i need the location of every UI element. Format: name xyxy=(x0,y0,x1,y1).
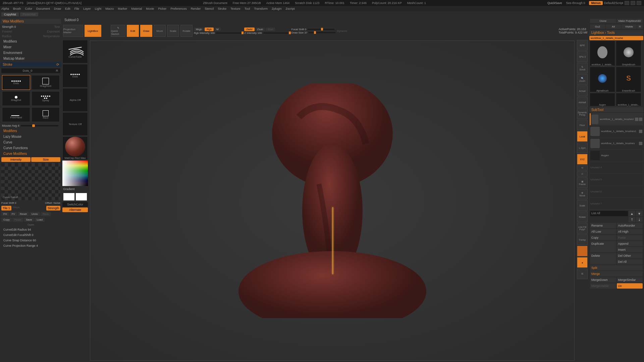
subtool-item-2[interactable]: workflow_1_details_brushes xyxy=(590,137,643,149)
brush-curvetube[interactable]: CurveTube xyxy=(62,40,88,63)
copy-subtool-button[interactable]: Copy xyxy=(590,235,616,240)
menu-brush[interactable]: Brush xyxy=(13,7,21,10)
alternate-button[interactable]: Alternate xyxy=(62,207,88,212)
curve-falloff-graph[interactable]: Curve Falloff xyxy=(1,163,60,200)
menu-movie[interactable]: Movie xyxy=(146,7,154,10)
fh-button[interactable]: FH xyxy=(1,212,9,216)
menu-macro[interactable]: Macro xyxy=(105,7,114,10)
alllow-button[interactable]: All Low xyxy=(590,229,616,234)
menu-stroke[interactable]: Stroke xyxy=(218,7,226,10)
persp-button[interactable]: Dynamic Persp xyxy=(577,108,588,119)
z-axis-button[interactable]: ⊙ xyxy=(577,171,588,177)
menu-marker[interactable]: Marker xyxy=(118,7,127,10)
menu-render[interactable]: Render xyxy=(191,7,201,10)
reset-button[interactable]: Reset xyxy=(18,212,29,216)
clone-button[interactable]: Clone xyxy=(590,19,616,23)
menu-texture[interactable]: Texture xyxy=(230,7,240,10)
menu-light[interactable]: Light xyxy=(95,7,102,10)
r-toggle[interactable]: R xyxy=(637,24,643,29)
split-section[interactable]: Split xyxy=(590,265,643,270)
delall-button[interactable]: Del All xyxy=(617,259,643,264)
draw-button[interactable]: Draw xyxy=(140,25,152,37)
stroke-rect[interactable]: Rect xyxy=(32,107,60,122)
redo-button[interactable]: Redo xyxy=(41,212,51,216)
rgb-intensity-slider[interactable]: Rgb Intensity 100 xyxy=(194,32,215,35)
quicksave-button[interactable]: QuickSave xyxy=(547,1,562,5)
eye-icon[interactable] xyxy=(635,118,638,121)
copy-button[interactable]: Copy xyxy=(1,218,12,222)
undo-button[interactable]: Undo xyxy=(30,212,40,216)
bpr-button[interactable]: BPR xyxy=(577,40,588,51)
transp-button[interactable]: Transp xyxy=(577,234,588,245)
strength2-slider[interactable]: Strength xyxy=(46,206,60,210)
seethrough-slider[interactable]: See-through 0 xyxy=(566,1,585,5)
open-button[interactable]: Open xyxy=(1,223,61,227)
save-button[interactable]: Save xyxy=(24,218,34,222)
maximize-icon[interactable] xyxy=(631,1,635,5)
curve-section[interactable]: Curve xyxy=(1,139,61,145)
tool-simplebrush[interactable]: SimpleBrush xyxy=(616,41,641,66)
local-button[interactable]: Local xyxy=(577,131,588,142)
autoreorder-button[interactable]: AutoReorder xyxy=(617,223,643,228)
projection-master-button[interactable]: Projection Master xyxy=(63,25,83,37)
strength-slider[interactable]: Strength 0 xyxy=(2,25,16,28)
tool-augen[interactable]: Augen xyxy=(590,93,615,106)
delete-button[interactable]: Delete xyxy=(590,253,616,264)
subtool-item-3[interactable]: Augen xyxy=(590,149,643,162)
move-nav-button[interactable]: ✥Move xyxy=(577,189,588,199)
quicksketch-button[interactable]: ✎Quick Sketch xyxy=(111,25,125,37)
curve-modifiers-section[interactable]: Curve Modifiers xyxy=(1,151,61,157)
matcap-maker-section[interactable]: Matcap Maker xyxy=(1,56,61,61)
mergesimilar-button[interactable]: MergeSimilar xyxy=(617,277,643,283)
menu-alpha[interactable]: Alpha xyxy=(1,7,9,10)
scale-nav-button[interactable]: Scale xyxy=(577,200,588,211)
move-button[interactable]: Move xyxy=(154,25,166,37)
zsub-button[interactable]: Zsub xyxy=(255,27,265,31)
default-script[interactable]: DefaultZScript xyxy=(604,1,623,5)
m-button[interactable]: M xyxy=(214,27,221,31)
intensity-button[interactable]: Intensity xyxy=(1,157,31,162)
delother-button[interactable]: Del Other xyxy=(617,253,643,258)
load-button[interactable]: Load xyxy=(35,218,45,222)
mixer-section[interactable]: Mixer xyxy=(1,44,61,50)
secondary-color-swatch[interactable] xyxy=(75,193,87,201)
tool-eraserbrush[interactable]: SEraserBrush xyxy=(616,67,641,92)
noise-slider[interactable]: Noise xyxy=(54,201,60,204)
rgb-button[interactable]: Rgb xyxy=(205,27,214,31)
polyf-button[interactable]: Line Fill PolyF xyxy=(577,223,588,234)
r-button[interactable]: R xyxy=(54,68,60,73)
stroke-dragrect[interactable]: DragRect xyxy=(32,75,60,90)
tile-slider[interactable]: Tile 1 xyxy=(1,206,11,210)
alpha-off-tile[interactable]: Alpha Off xyxy=(62,88,88,112)
modifiers-section[interactable]: Modifiers xyxy=(1,39,61,44)
environment-section[interactable]: Environment xyxy=(1,50,61,56)
tool-extra[interactable]: workflow_1_details... xyxy=(616,93,641,106)
subtool-item-1[interactable]: workflow_1_details_brushes1 xyxy=(590,125,643,137)
rotate-nav-button[interactable]: Rotate xyxy=(577,212,588,222)
menu-material[interactable]: Material xyxy=(131,7,142,10)
move-bottom-icon[interactable]: ⤓ xyxy=(636,217,643,222)
reload-icon[interactable]: ⟳ xyxy=(56,63,59,66)
lightbox-tools-header[interactable]: Lightbox › Tools xyxy=(589,30,643,35)
actual-button[interactable]: Actual xyxy=(577,85,588,96)
pastemat-button[interactable]: PasteMat xyxy=(20,12,38,16)
polymesh-button[interactable]: Make PolyMesh3D xyxy=(617,19,643,23)
merge-section[interactable]: Merge xyxy=(590,271,643,277)
paste-subtool-button[interactable]: Paste xyxy=(617,235,643,240)
wax-modifiers-header[interactable]: Wax Modifiers xyxy=(1,19,61,24)
mergevisible-button[interactable]: MergeVisible xyxy=(590,283,616,289)
duplicate-button[interactable]: Duplicate xyxy=(590,241,616,252)
menu-document[interactable]: Document xyxy=(36,7,50,10)
goz-visible-button[interactable]: Visible xyxy=(622,24,637,29)
frame-button[interactable]: ▣Frame xyxy=(577,177,588,188)
list-all-button[interactable]: List All xyxy=(590,211,628,216)
menu-transform[interactable]: Transform xyxy=(254,7,268,10)
move-top-icon[interactable]: ⤒ xyxy=(629,217,635,222)
menu-edit[interactable]: Edit xyxy=(65,7,70,10)
scroll-button[interactable]: ⇅Scroll xyxy=(577,63,588,73)
subtool-header[interactable]: SubTool xyxy=(589,107,643,112)
allhigh-button[interactable]: All High xyxy=(617,229,643,234)
paste-button[interactable]: Paste xyxy=(12,218,23,222)
fv-button[interactable]: FV xyxy=(10,212,17,216)
aahalf-button[interactable]: AAHalf xyxy=(577,97,588,108)
